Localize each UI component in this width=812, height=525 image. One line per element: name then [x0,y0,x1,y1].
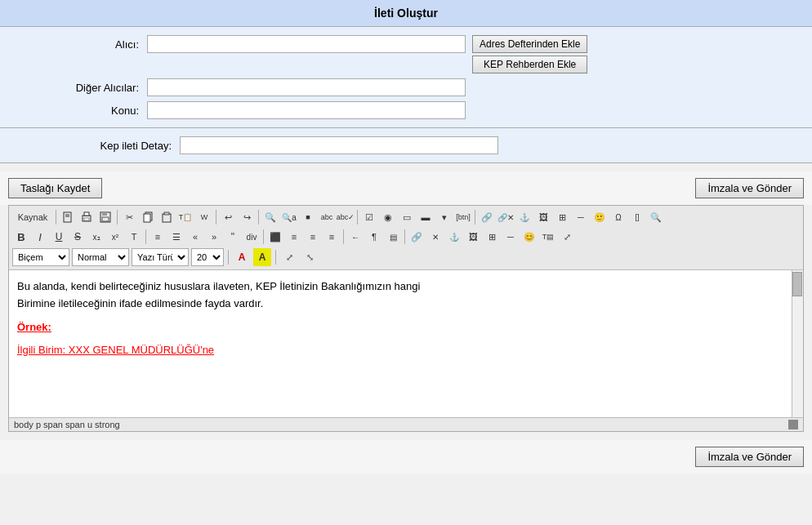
image2-button[interactable]: 🖼 [464,228,482,246]
taslak-kaydet-button[interactable]: Taslağı Kaydet [8,178,102,198]
print-button[interactable] [78,208,96,226]
fullscreen-button[interactable]: ⤢ [280,248,298,266]
italic-button[interactable]: I [31,228,49,246]
zoom-button[interactable]: 🔍 [647,208,665,226]
textfield-button[interactable]: ▭ [398,208,416,226]
editor-ilgili: İlgili Birim: XXX GENEL MÜDÜRLÜĞÜ'ne [17,342,783,359]
diger-alicilar-input[interactable] [147,78,466,96]
hline2-button[interactable]: ─ [502,228,520,246]
page-title: İleti Oluştur [0,0,812,27]
iframe-button[interactable]: [] [628,208,646,226]
redo-button[interactable]: ↪ [238,208,256,226]
smiley2-button[interactable]: 😊 [520,228,538,246]
textarea-button[interactable]: ▬ [417,208,435,226]
maximize-button[interactable]: ⤢ [558,228,576,246]
separator [343,229,344,244]
anchor2-button[interactable]: ⚓ [445,228,463,246]
outdent-button[interactable]: « [186,228,204,246]
select-all-button[interactable]: ■ [299,208,317,226]
unlink-button[interactable]: 🔗✕ [497,208,515,226]
separator [228,250,229,265]
adres-defteri-button[interactable]: Adres Defterinden Ekle [472,35,587,53]
templates-button[interactable]: T▤ [539,228,557,246]
find-replace-button[interactable]: 🔍a [280,208,298,226]
unlink2-button[interactable]: ✕ [426,228,444,246]
showblocks-button[interactable]: ▤ [384,228,402,246]
align-center-button[interactable]: ≡ [285,228,303,246]
svg-rect-4 [84,212,89,216]
save-button[interactable] [96,208,114,226]
kaynak-button[interactable]: Kaynak [12,208,53,226]
blockquote-button[interactable]: " [224,228,242,246]
removeformat-button[interactable]: T [125,228,143,246]
link-button[interactable]: 🔗 [478,208,496,226]
copy-button[interactable] [139,208,157,226]
imzala-gonder-bottom-button[interactable]: İmzala ve Gönder [695,447,804,467]
ul-button[interactable]: ☰ [167,228,185,246]
align-left-button[interactable]: ⬛ [266,228,284,246]
separator [56,210,56,225]
subscript-button[interactable]: x₂ [87,228,105,246]
find-button[interactable]: 🔍 [261,208,279,226]
align-justify-button[interactable]: ≡ [323,228,341,246]
para-button[interactable]: ¶ [365,228,383,246]
svg-rect-10 [144,214,150,222]
table-button[interactable]: ⊞ [553,208,571,226]
kep-detay-label: Kep ileti Detay: [16,140,180,152]
select-button[interactable]: ▾ [435,208,453,226]
copy-icon [142,211,154,223]
separator [357,210,358,225]
underline-button[interactable]: U [50,228,68,246]
kep-detay-input[interactable] [180,136,498,154]
paste-word-button[interactable]: W [195,208,213,226]
undo-button[interactable]: ↩ [219,208,237,226]
bold-button[interactable]: B [12,228,30,246]
link2-button[interactable]: 🔗 [408,228,426,246]
resize-handle[interactable] [788,420,798,429]
cut-button[interactable]: ✂ [120,208,138,226]
div-button[interactable]: div [243,228,261,246]
imzala-gonder-top-button[interactable]: İmzala ve Gönder [695,178,804,198]
print-icon [81,211,92,223]
special-char-button[interactable]: Ω [609,208,627,226]
paste-button[interactable] [158,208,176,226]
editor-paragraph1: Bu alanda, kendi belirteceğiniz hususlar… [17,278,783,313]
superscript-button[interactable]: x² [106,228,124,246]
strikethrough-button[interactable]: S [69,228,87,246]
radio-button[interactable]: ◉ [379,208,397,226]
indent-button[interactable]: » [205,228,223,246]
font-color-button[interactable]: A [233,248,251,266]
yazi-turu-select[interactable]: Yazı Türü [132,248,189,266]
anchor-button[interactable]: ⚓ [515,208,533,226]
separator [258,210,259,225]
editor-content[interactable]: Bu alanda, kendi belirteceğiniz hususlar… [9,270,792,417]
new-doc-button[interactable] [59,208,77,226]
kep-rehber-button[interactable]: KEP Rehberden Ekle [472,56,587,73]
separator [117,210,118,225]
bidi-ltr-button[interactable]: ← [346,228,364,246]
konu-input[interactable] [147,101,466,119]
spellcheck2-button[interactable]: abc✓ [337,208,355,226]
paste-text-button[interactable]: T📋 [176,208,194,226]
bicem-select[interactable]: Biçem [12,248,69,266]
align-right-button[interactable]: ≡ [304,228,322,246]
table2-button[interactable]: ⊞ [483,228,501,246]
font-size-select[interactable]: 20 [191,248,224,266]
editor-scrollbar[interactable] [792,270,803,417]
smiley-button[interactable]: 🙂 [591,208,609,226]
checkbox-button[interactable]: ☑ [360,208,378,226]
hline-button[interactable]: ─ [572,208,590,226]
resize-button[interactable]: ⤡ [301,248,319,266]
svg-rect-11 [163,214,171,222]
svg-rect-7 [102,212,107,216]
svg-rect-0 [64,212,71,222]
ol-button[interactable]: ≡ [149,228,167,246]
svg-rect-5 [84,218,89,220]
normal-select[interactable]: Normal [72,248,129,266]
bg-color-button[interactable]: A [253,248,271,266]
separator [263,229,264,244]
image-button[interactable]: 🖼 [534,208,552,226]
button-button[interactable]: [btn] [454,208,472,226]
alici-input[interactable] [147,35,466,53]
spellcheck-button[interactable]: abc [318,208,336,226]
